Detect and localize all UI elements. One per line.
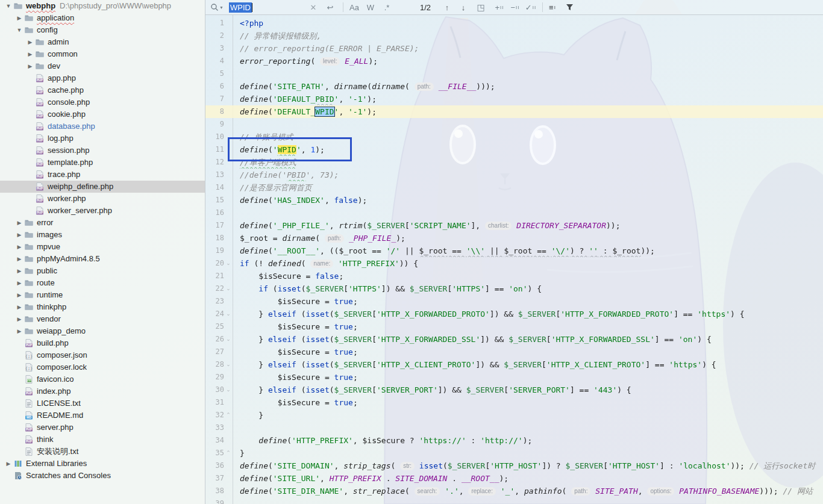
- chevron-right-icon[interactable]: ▶: [14, 289, 24, 301]
- select-all-occurrences-button[interactable]: ✓II: [524, 1, 537, 13]
- code-text[interactable]: define('_PHP_FILE_', rtrim($_SERVER['SCR…: [233, 219, 823, 232]
- tree-item-common[interactable]: ▶common: [0, 48, 205, 60]
- code-text[interactable]: //单客户端模式: [233, 156, 823, 169]
- code-text[interactable]: // error_reporting(E_ERROR | E_PARSE);: [233, 42, 823, 55]
- code-text[interactable]: define('DEFAULT_WPID', '-1');: [233, 105, 823, 118]
- code-text[interactable]: if (isset($_SERVER['HTTPS']) && $_SERVER…: [233, 282, 823, 295]
- tree-item-external-libraries[interactable]: ▶External Libraries: [0, 458, 205, 470]
- chevron-right-icon[interactable]: ▶: [14, 313, 24, 325]
- tree-item-composer-json[interactable]: {;}composer.json: [0, 349, 205, 361]
- remove-occurrence-button[interactable]: −II: [509, 1, 522, 13]
- code-text[interactable]: define('SITE_DIR_NAME', str_replace( sea…: [233, 485, 823, 497]
- tree-item-server-php[interactable]: PHPserver.php: [0, 422, 205, 434]
- tree-item-phpmyadmin4-8-5[interactable]: ▶phpMyAdmin4.8.5: [0, 253, 205, 265]
- fold-marker-icon[interactable]: ⌃: [224, 447, 233, 459]
- code-text[interactable]: [233, 207, 823, 219]
- tree-item-readme-md[interactable]: MDREADME.md: [0, 409, 205, 422]
- clear-search-icon[interactable]: ✕: [307, 1, 320, 13]
- tree-item-app-php[interactable]: PHPapp.php: [0, 72, 205, 84]
- tree-item-安装说明-txt[interactable]: 安装说明.txt: [0, 446, 205, 458]
- tree-item-log-php[interactable]: PHPlog.php: [0, 132, 205, 145]
- code-text[interactable]: }: [233, 409, 823, 422]
- tree-item-admin[interactable]: ▶admin: [0, 36, 205, 48]
- code-text[interactable]: } elseif (isset($_SERVER['SERVER_PORT'])…: [233, 384, 823, 396]
- whole-words-toggle[interactable]: W: [364, 1, 377, 13]
- code-text[interactable]: [233, 422, 823, 434]
- code-text[interactable]: error_reporting( level: E_ALL);: [233, 55, 823, 67]
- search-dropdown-caret-icon[interactable]: ▼: [219, 5, 224, 10]
- code-text[interactable]: define('DEFAULT_PBID', '-1');: [233, 93, 823, 105]
- code-text[interactable]: $isSecure = true;: [233, 396, 823, 409]
- tree-item-trace-php[interactable]: PHPtrace.php: [0, 169, 205, 181]
- chevron-right-icon[interactable]: ▶: [14, 325, 24, 337]
- code-text[interactable]: $_root = dirname( path: _PHP_FILE_);: [233, 232, 823, 244]
- code-text[interactable]: define('HAS_INDEX', false);: [233, 194, 823, 207]
- tree-item-favicon-ico[interactable]: favicon.ico: [0, 373, 205, 385]
- code-text[interactable]: $isSecure = true;: [233, 371, 823, 384]
- code-text[interactable]: if (! defined( name: 'HTTP_PREFIX')) {: [233, 257, 823, 270]
- chevron-right-icon[interactable]: ▶: [14, 217, 24, 229]
- tree-item-database-php[interactable]: PHPdatabase.php: [0, 120, 205, 132]
- code-text[interactable]: } elseif (isset($_SERVER['HTTP_X_CLIENT_…: [233, 358, 823, 371]
- tree-item-config[interactable]: ▼config: [0, 24, 205, 36]
- tree-item-license-txt[interactable]: LICENSE.txt: [0, 397, 205, 409]
- chevron-right-icon[interactable]: ▶: [14, 301, 24, 313]
- code-text[interactable]: $isSecure = true;: [233, 295, 823, 308]
- code-text[interactable]: } elseif (isset($_SERVER['HTTP_X_FORWARD…: [233, 308, 823, 320]
- chevron-right-icon[interactable]: ▶: [14, 277, 24, 289]
- code-text[interactable]: [233, 497, 823, 504]
- filter-funnel-icon[interactable]: [563, 1, 576, 13]
- tree-item-dev[interactable]: ▶dev: [0, 60, 205, 72]
- chevron-right-icon[interactable]: ▶: [14, 253, 24, 265]
- fold-marker-icon[interactable]: ⌃: [224, 409, 233, 422]
- tree-item-mpvue[interactable]: ▶mpvue: [0, 241, 205, 253]
- code-text[interactable]: $isSecure = true;: [233, 320, 823, 333]
- tree-item-thinkphp[interactable]: ▶thinkphp: [0, 301, 205, 313]
- tree-item-index-php[interactable]: PHPindex.php: [0, 385, 205, 397]
- code-text[interactable]: // 单账号模式: [233, 131, 823, 143]
- code-text[interactable]: [233, 118, 823, 131]
- tree-item-cookie-php[interactable]: PHPcookie.php: [0, 108, 205, 120]
- regex-toggle[interactable]: .*: [380, 1, 393, 13]
- tree-item-images[interactable]: ▶images: [0, 229, 205, 241]
- fold-marker-icon[interactable]: ⌄: [224, 257, 233, 270]
- code-text[interactable]: define('__ROOT__', (($_root == '/' || $_…: [233, 244, 823, 257]
- tree-item-build-php[interactable]: PHPbuild.php: [0, 337, 205, 349]
- code-text[interactable]: //是否显示官网首页: [233, 181, 823, 194]
- match-case-toggle[interactable]: Aa: [348, 1, 361, 13]
- chevron-right-icon[interactable]: ▶: [14, 12, 24, 24]
- tree-item-template-php[interactable]: PHPtemplate.php: [0, 157, 205, 169]
- fold-marker-icon[interactable]: ⌄: [224, 333, 233, 346]
- tree-item-runtime[interactable]: ▶runtime: [0, 289, 205, 301]
- chevron-right-icon[interactable]: ▶: [14, 229, 24, 241]
- code-text[interactable]: $isSecure = true;: [233, 346, 823, 358]
- tree-item-console-php[interactable]: PHPconsole.php: [0, 96, 205, 108]
- chevron-down-icon[interactable]: ▼: [14, 24, 24, 36]
- next-occurrence-button[interactable]: ↓: [457, 1, 470, 13]
- chevron-right-icon[interactable]: ▶: [25, 48, 35, 60]
- chevron-down-icon[interactable]: ▼: [4, 0, 13, 12]
- code-text[interactable]: // 异常错误报错级别,: [233, 30, 823, 42]
- tree-item-weiapp-demo[interactable]: ▶weiapp_demo: [0, 325, 205, 337]
- chevron-right-icon[interactable]: ▶: [14, 241, 24, 253]
- previous-occurrence-button[interactable]: ↑: [440, 1, 454, 13]
- tree-item-think[interactable]: PHPthink: [0, 434, 205, 446]
- chevron-right-icon[interactable]: ▶: [25, 36, 35, 48]
- open-in-find-window-button[interactable]: ◳: [474, 1, 487, 13]
- tree-item-vendor[interactable]: ▶vendor: [0, 313, 205, 325]
- tree-item-application[interactable]: ▶application: [0, 12, 205, 24]
- tree-item-webphp[interactable]: ▼webphpD:\phpstudy_pro\WWW\webphp: [0, 0, 205, 12]
- tree-item-error[interactable]: ▶error: [0, 217, 205, 229]
- tree-item-public[interactable]: ▶public: [0, 265, 205, 277]
- chevron-right-icon[interactable]: ▶: [25, 60, 35, 72]
- code-text[interactable]: define('SITE_PATH', dirname(dirname( pat…: [233, 80, 823, 93]
- code-text[interactable]: define('SITE_URL', HTTP_PREFIX . SITE_DO…: [233, 472, 823, 485]
- tree-item-route[interactable]: ▶route: [0, 277, 205, 289]
- add-occurrence-button[interactable]: +II: [493, 1, 506, 13]
- tree-item-cache-php[interactable]: PHPcache.php: [0, 84, 205, 96]
- code-text[interactable]: define('WPID', 1);: [233, 143, 823, 156]
- fold-marker-icon[interactable]: ⌄: [224, 308, 233, 320]
- chevron-right-icon[interactable]: ▶: [14, 265, 24, 277]
- newline-icon[interactable]: ↩: [324, 1, 337, 13]
- fold-marker-icon[interactable]: ⌄: [224, 282, 233, 295]
